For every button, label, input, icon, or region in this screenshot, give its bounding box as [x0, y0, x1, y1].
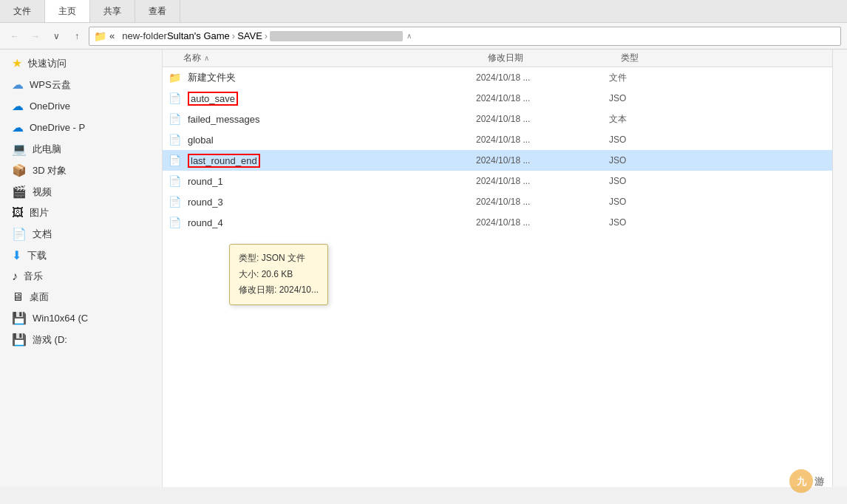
breadcrumb-save[interactable]: SAVE	[237, 30, 262, 41]
sidebar-3d-label: 3D 对象	[33, 164, 67, 177]
sidebar-music-label: 音乐	[24, 270, 43, 283]
file-name-round-4: round_4	[188, 217, 476, 228]
svg-text:九: 九	[796, 476, 807, 487]
tooltip-date: 修改日期: 2024/10...	[239, 282, 319, 299]
breadcrumb-game[interactable]: new-folder	[122, 30, 167, 41]
file-type-new-folder: 文件	[609, 72, 832, 84]
sidebar-item-onedrive-p[interactable]: ☁ OneDrive - P	[0, 117, 162, 138]
auto-save-highlight: auto_save	[188, 92, 238, 106]
file-row-round-1[interactable]: 📄 round_1 2024/10/18 ... JSO	[163, 171, 832, 191]
sidebar-onedrive-p-label: OneDrive - P	[30, 122, 85, 133]
tab-view[interactable]: 查看	[135, 0, 180, 22]
sidebar-item-quick-access[interactable]: ★ 快速访问	[0, 52, 162, 74]
file-date-global: 2024/10/18 ...	[476, 134, 609, 145]
sidebar-item-3d[interactable]: 📦 3D 对象	[0, 160, 162, 181]
file-row-round-3[interactable]: 📄 round_3 2024/10/18 ... JSO	[163, 191, 832, 212]
tab-share[interactable]: 共享	[90, 0, 135, 22]
win10-icon: 💾	[12, 311, 27, 325]
dropdown-button[interactable]: ∨	[47, 27, 65, 45]
sidebar-item-win10[interactable]: 💾 Win10x64 (C	[0, 307, 162, 329]
file-type-last-round-end: JSO	[609, 155, 832, 166]
download-icon: ⬇	[12, 248, 21, 262]
file-type-round-3: JSO	[609, 197, 832, 207]
sort-date-label: 修改日期	[488, 52, 523, 63]
sidebar-item-onedrive[interactable]: ☁ OneDrive	[0, 95, 162, 117]
sidebar-item-pictures[interactable]: 🖼 图片	[0, 202, 162, 223]
sidebar-item-desktop[interactable]: 🖥 桌面	[0, 287, 162, 307]
breadcrumb-sep-1: ›	[232, 30, 235, 41]
sidebar-win10-label: Win10x64 (C	[33, 313, 88, 324]
tooltip-box: 类型: JSON 文件 大小: 20.6 KB 修改日期: 2024/10...	[229, 244, 328, 305]
file-row-round-4[interactable]: 📄 round_4 2024/10/18 ... JSO	[163, 212, 832, 233]
sidebar-documents-label: 文档	[33, 228, 52, 241]
file-type-round-4: JSO	[609, 217, 832, 228]
video-icon: 🎬	[12, 185, 27, 199]
pc-icon: 💻	[12, 142, 27, 156]
folder-icon-new: 📁	[169, 72, 183, 84]
main-layout: ★ 快速访问 ☁ WPS云盘 ☁ OneDrive ☁ OneDrive - P…	[0, 50, 847, 487]
file-date-round-3: 2024/10/18 ...	[476, 197, 609, 207]
onedrive-p-icon: ☁	[12, 120, 24, 134]
file-date-round-1: 2024/10/18 ...	[476, 176, 609, 186]
tab-home[interactable]: 主页	[45, 0, 90, 22]
ribbon: 文件 主页 共享 查看	[0, 0, 847, 23]
sidebar-item-wps[interactable]: ☁ WPS云盘	[0, 74, 162, 95]
sidebar-onedrive-label: OneDrive	[30, 101, 70, 112]
watermark: 九 游	[788, 468, 832, 497]
star-icon: ★	[12, 56, 22, 70]
file-type-auto-save: JSO	[609, 93, 832, 103]
breadcrumb-blurred	[270, 31, 403, 41]
file-date-failed: 2024/10/18 ...	[476, 114, 609, 124]
sidebar-downloads-label: 下载	[27, 249, 47, 262]
file-name-global: global	[188, 134, 476, 146]
right-panel	[832, 50, 847, 487]
file-row-global[interactable]: 📄 global 2024/10/18 ... JSO	[163, 129, 832, 150]
file-type-failed: 文本	[609, 113, 832, 126]
file-date-round-4: 2024/10/18 ...	[476, 217, 609, 228]
breadcrumb-folder-icon: 📁	[94, 30, 106, 42]
address-path[interactable]: 📁 « new-folder Sultan's Game › SAVE › ∧	[89, 27, 841, 46]
sidebar-item-downloads[interactable]: ⬇ 下载	[0, 245, 162, 266]
desktop-icon: 🖥	[12, 290, 24, 304]
json-icon-r3: 📄	[169, 196, 183, 208]
file-row-failed-messages[interactable]: 📄 failed_messages 2024/10/18 ... 文本	[163, 109, 832, 129]
sidebar: ★ 快速访问 ☁ WPS云盘 ☁ OneDrive ☁ OneDrive - P…	[0, 50, 163, 487]
address-expand[interactable]: ∧	[403, 32, 415, 40]
picture-icon: 🖼	[12, 206, 24, 219]
tooltip-size: 大小: 20.6 KB	[239, 267, 319, 283]
json-icon-auto: 📄	[169, 92, 183, 104]
sidebar-desktop-label: 桌面	[30, 290, 49, 304]
file-name-last-round-end: last_round_end	[188, 154, 476, 168]
sidebar-games-label: 游戏 (D:	[33, 333, 67, 347]
sort-header-date[interactable]: 修改日期	[488, 52, 621, 64]
sidebar-item-videos[interactable]: 🎬 视频	[0, 181, 162, 202]
forward-button[interactable]: →	[27, 27, 44, 45]
file-row-last-round-end[interactable]: 📄 last_round_end 2024/10/18 ... JSO	[163, 150, 832, 171]
sidebar-item-music[interactable]: ♪ 音乐	[0, 266, 162, 287]
doc-icon-failed: 📄	[169, 113, 183, 125]
tab-file[interactable]: 文件	[0, 0, 45, 22]
last-round-end-highlight: last_round_end	[188, 154, 260, 168]
sort-name-label: 名称	[183, 52, 201, 64]
breadcrumb-sep-2: ›	[265, 30, 268, 41]
sort-header-name[interactable]: 名称 ∧	[163, 52, 488, 64]
address-bar: ← → ∨ ↑ 📁 « new-folder Sultan's Game › S…	[0, 23, 847, 50]
sidebar-item-this-pc[interactable]: 💻 此电脑	[0, 138, 162, 160]
svg-text:游: 游	[814, 476, 825, 487]
file-name-failed: failed_messages	[188, 114, 476, 125]
file-row-auto-save[interactable]: 📄 auto_save 2024/10/18 ... JSO	[163, 88, 832, 109]
onedrive-icon: ☁	[12, 99, 24, 113]
document-icon: 📄	[12, 227, 27, 241]
3d-icon: 📦	[12, 163, 27, 177]
sort-header: 名称 ∧ 修改日期 类型	[163, 50, 832, 67]
sidebar-quick-access-label: 快速访问	[28, 57, 67, 70]
sort-header-type[interactable]: 类型	[621, 52, 832, 64]
sidebar-item-documents[interactable]: 📄 文档	[0, 223, 162, 245]
sidebar-item-games[interactable]: 💾 游戏 (D:	[0, 329, 162, 350]
sort-arrow: ∧	[204, 54, 209, 62]
up-button[interactable]: ↑	[68, 27, 86, 45]
file-type-global: JSO	[609, 134, 832, 145]
sidebar-videos-label: 视频	[33, 185, 52, 199]
file-row-new-folder[interactable]: 📁 新建文件夹 2024/10/18 ... 文件	[163, 67, 832, 88]
back-button[interactable]: ←	[6, 27, 24, 45]
